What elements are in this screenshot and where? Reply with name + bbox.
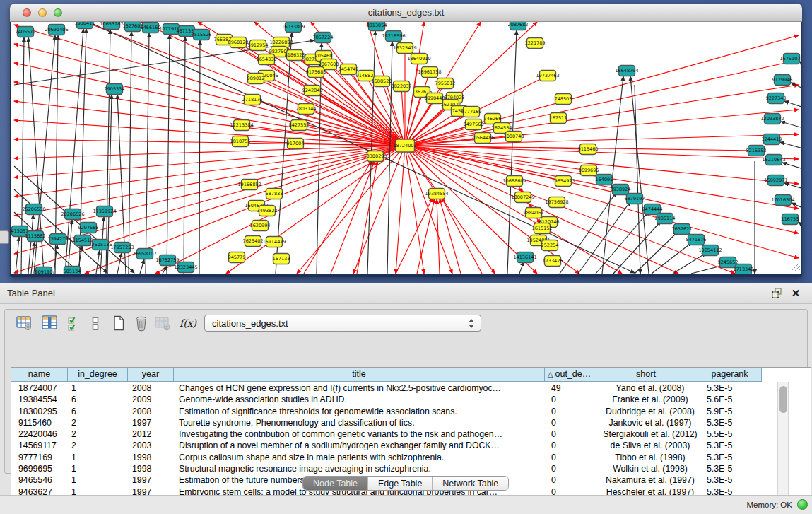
graph-edge[interactable] — [184, 37, 185, 274]
graph-node[interactable]: 10653287 — [100, 22, 123, 30]
graph-edge[interactable] — [96, 250, 100, 274]
graph-node[interactable]: 16914479 — [262, 237, 286, 247]
graph-node[interactable]: 1713342 — [734, 264, 754, 275]
graph-node[interactable]: 16033809 — [281, 22, 305, 33]
checklist-icon[interactable] — [63, 313, 84, 334]
graph-node[interactable]: 2905334 — [105, 84, 125, 95]
graph-node[interactable]: 20564486 — [471, 133, 494, 144]
graph-edge[interactable] — [304, 160, 372, 274]
graph-node[interactable]: 12213384 — [230, 120, 253, 131]
graph-node[interactable]: 18807249 — [511, 192, 534, 203]
graph-node[interactable]: 7857224 — [313, 33, 334, 43]
graph-node[interactable]: 16210643 — [762, 155, 785, 165]
graph-node[interactable]: 18640910 — [407, 54, 430, 64]
memory-ok-led-icon[interactable] — [797, 499, 808, 510]
graph-node[interactable]: 2087682 — [508, 22, 529, 30]
column-visibility-icon[interactable] — [39, 313, 60, 334]
dropdown-stepper-icon[interactable] — [469, 319, 474, 328]
graph-edge[interactable] — [252, 100, 405, 146]
graph-node[interactable]: 9115460 — [578, 144, 599, 155]
graph-node[interactable]: 19384554 — [425, 189, 448, 199]
graph-edge[interactable] — [16, 237, 19, 274]
graph-node[interactable]: 20206526 — [61, 209, 84, 220]
graph-node[interactable]: 17359924 — [93, 206, 116, 217]
graph-node[interactable]: 1394275 — [48, 234, 69, 245]
graph-node[interactable]: 19218596 — [382, 31, 405, 42]
graph-node[interactable]: 7515526 — [192, 30, 212, 40]
graph-edge[interactable] — [405, 146, 799, 159]
graph-node[interactable]: 18325419 — [393, 43, 416, 54]
graph-node[interactable]: 1244419 — [762, 134, 782, 145]
graph-edge[interactable] — [799, 222, 801, 228]
function-builder-icon[interactable]: f(x) — [177, 313, 199, 334]
graph-node[interactable]: 164095 — [596, 175, 613, 185]
graph-node[interactable]: 9884067 — [524, 208, 544, 218]
network-window-titlebar[interactable]: citations_edges.txt — [10, 4, 802, 22]
graph-edge[interactable] — [652, 243, 692, 274]
graph-node[interactable]: 9175685 — [306, 67, 326, 78]
graph-edge[interactable] — [14, 44, 405, 146]
graph-node[interactable]: 2803144 — [296, 104, 317, 115]
graph-node[interactable]: 157133 — [273, 254, 290, 264]
tab-node-table[interactable]: Node Table — [303, 477, 368, 490]
graph-node[interactable]: 8471876 — [686, 235, 707, 245]
graph-node[interactable]: 167511 — [550, 113, 567, 124]
table-row[interactable]: 2242004622012Investigating the contribut… — [11, 428, 811, 440]
graph-edge[interactable] — [199, 40, 200, 274]
table-row[interactable]: 1456911722003Disruption of a novel membe… — [11, 440, 811, 451]
graph-node[interactable]: 1221789 — [525, 38, 546, 49]
table-source-dropdown[interactable]: citations_edges.txt — [204, 315, 481, 332]
column-header-out_degree[interactable]: △out_de… — [545, 368, 594, 382]
row-height-icon[interactable] — [85, 313, 106, 334]
graph-node[interactable]: 18300295 — [363, 151, 387, 162]
graph-node[interactable]: 9129946 — [772, 75, 793, 86]
graph-node[interactable]: 1810755 — [230, 136, 251, 147]
graph-node[interactable]: 8822037 — [392, 81, 412, 92]
graph-edge[interactable] — [21, 37, 24, 274]
graph-edge[interactable] — [791, 83, 801, 90]
graph-edge[interactable] — [417, 199, 435, 274]
graph-node[interactable]: 16958107 — [133, 249, 156, 259]
graph-node[interactable]: 12323445 — [174, 262, 197, 273]
delete-table-icon[interactable] — [152, 313, 173, 334]
sidebar-collapse-handle[interactable] — [0, 230, 9, 244]
float-window-icon[interactable] — [771, 287, 784, 300]
graph-node[interactable]: 1938411 — [75, 22, 95, 29]
graph-node[interactable]: 1620994 — [250, 221, 271, 231]
graph-node[interactable]: 15992971 — [764, 175, 787, 186]
graph-edge[interactable] — [782, 163, 801, 170]
graph-node[interactable]: 15751074 — [779, 54, 801, 64]
graph-node[interactable]: 7632621 — [672, 224, 693, 235]
graph-node[interactable]: 6497568 — [464, 119, 484, 130]
graph-node[interactable]: 6466160 — [141, 23, 161, 33]
table-row[interactable]: 1872400712008Changes of HCN gene express… — [11, 382, 811, 394]
graph-edge[interactable] — [146, 33, 149, 274]
graph-node[interactable]: 7955812 — [435, 78, 456, 89]
graph-node[interactable]: 5912954 — [248, 40, 269, 51]
graph-node[interactable]: 16961758 — [418, 67, 441, 78]
graph-node[interactable]: 8813054 — [367, 22, 387, 31]
table-row[interactable]: 911546021997Tourette syndrome. Phenomeno… — [11, 417, 811, 428]
graph-node[interactable]: 252254 — [541, 240, 559, 251]
graph-node[interactable]: 9699695 — [579, 165, 599, 176]
graph-edge[interactable] — [405, 146, 589, 170]
table-row[interactable]: 1938455462009Genome-wide association stu… — [11, 394, 811, 405]
graph-node[interactable]: 9297588 — [78, 223, 99, 233]
graph-node[interactable]: 19654923 — [551, 176, 575, 187]
graph-node[interactable]: 748503 — [555, 94, 572, 105]
graph-edge[interactable] — [405, 60, 799, 146]
graph-node[interactable]: 587833 — [266, 189, 283, 199]
graph-edge[interactable] — [437, 199, 440, 274]
graph-node[interactable]: 20691406 — [45, 25, 68, 35]
graph-node[interactable]: 18724007 — [393, 139, 416, 152]
graph-node[interactable]: 2405572 — [16, 27, 36, 37]
graph-node[interactable]: 10654112 — [698, 245, 722, 256]
column-header-name[interactable]: name — [11, 368, 68, 382]
table-row[interactable]: 977716911998Corpus callosum shape and si… — [11, 452, 811, 463]
graph-edge[interactable] — [507, 30, 517, 274]
graph-node[interactable]: 8427552 — [289, 120, 310, 131]
table-row[interactable]: 1830029562008Estimation of significance … — [11, 406, 811, 417]
graph-edge[interactable] — [784, 101, 801, 108]
table-settings-icon[interactable] — [13, 313, 35, 334]
graph-node[interactable]: 8186328 — [285, 50, 305, 61]
